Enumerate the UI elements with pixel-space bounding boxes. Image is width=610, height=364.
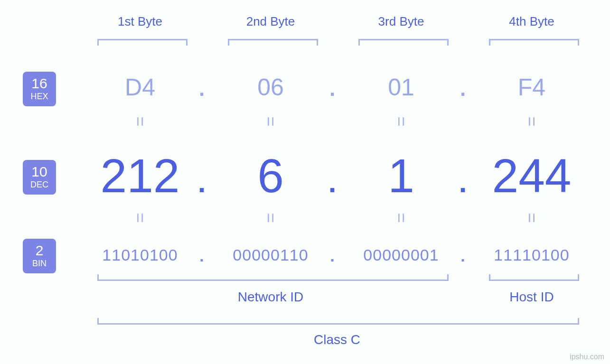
bin-byte-1: 11010100: [83, 246, 197, 264]
ip-diagram: 1st Byte 2nd Byte 3rd Byte 4th Byte 16 H…: [0, 0, 610, 364]
watermark-text: ipshu.com: [570, 353, 604, 361]
hex-byte-4: F4: [484, 74, 579, 101]
eq-1-4: =: [522, 107, 542, 136]
host-id-label: Host ID: [484, 289, 579, 305]
dec-dot-2: .: [323, 166, 342, 199]
byte-header-2: 2nd Byte: [223, 14, 318, 29]
bin-dot-2: .: [323, 247, 342, 265]
hex-dot-1: .: [192, 77, 211, 101]
bracket-top-2: [228, 39, 318, 46]
bin-byte-3: 00000001: [344, 246, 458, 264]
bracket-top-4: [489, 39, 579, 46]
network-id-label: Network ID: [223, 289, 318, 305]
bin-badge-num: 2: [29, 243, 49, 258]
byte-header-3: 3rd Byte: [354, 14, 449, 29]
dec-badge-num: 10: [29, 165, 49, 179]
hex-badge-label: HEX: [29, 92, 49, 102]
eq-2-2: =: [261, 204, 281, 232]
dec-badge-label: DEC: [29, 180, 49, 190]
eq-1-2: =: [261, 107, 281, 136]
hex-badge: 16 HEX: [23, 72, 56, 106]
dec-byte-1: 212: [90, 152, 190, 199]
hex-byte-3: 01: [354, 74, 449, 101]
hex-badge-num: 16: [29, 76, 49, 91]
eq-1-3: =: [391, 107, 411, 136]
eq-2-4: =: [522, 204, 542, 232]
bracket-top-1: [97, 39, 188, 46]
hex-byte-1: D4: [93, 74, 188, 101]
hex-byte-2: 06: [223, 74, 318, 101]
bin-badge: 2 BIN: [23, 239, 56, 273]
hex-dot-3: .: [453, 77, 472, 101]
eq-2-1: =: [130, 204, 150, 232]
class-label: Class C: [290, 332, 385, 347]
bin-dot-1: .: [192, 247, 211, 265]
hex-dot-2: .: [323, 77, 342, 101]
bracket-host-id: [489, 274, 579, 281]
bin-byte-4: 11110100: [475, 246, 589, 264]
eq-2-3: =: [391, 204, 411, 232]
dec-byte-2: 6: [221, 152, 320, 199]
dec-dot-3: .: [453, 166, 472, 199]
dec-byte-4: 244: [482, 152, 582, 199]
dec-badge: 10 DEC: [23, 160, 56, 195]
dec-byte-3: 1: [351, 152, 451, 199]
byte-header-1: 1st Byte: [93, 14, 188, 29]
bracket-class: [97, 318, 579, 325]
bin-badge-label: BIN: [29, 259, 49, 269]
bracket-network-id: [97, 274, 449, 281]
bracket-top-3: [358, 39, 449, 46]
byte-header-4: 4th Byte: [484, 14, 579, 29]
eq-1-1: =: [130, 107, 150, 136]
dec-dot-1: .: [192, 166, 211, 199]
bin-dot-3: .: [453, 247, 472, 265]
bin-byte-2: 00000110: [214, 246, 328, 264]
